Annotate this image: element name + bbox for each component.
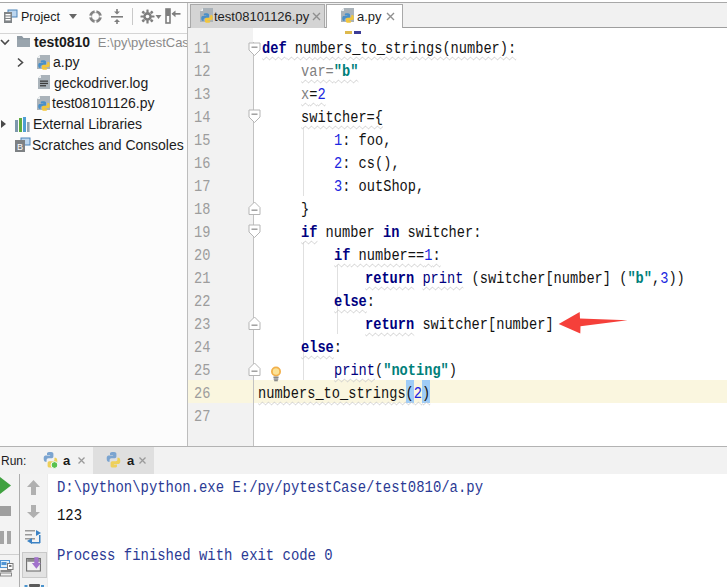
svg-text:B: B	[17, 142, 23, 152]
